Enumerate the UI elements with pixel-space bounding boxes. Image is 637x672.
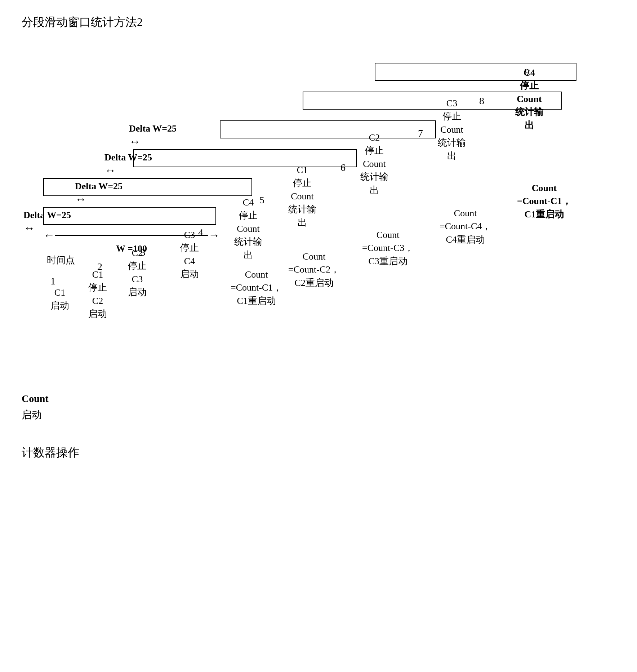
event-6-top: C1停止Count统计输出 — [288, 164, 316, 229]
delta-label-2: Delta W=25 — [104, 152, 152, 163]
num-1: 1 — [50, 275, 55, 287]
delta-label-4: Delta W=25 — [23, 210, 71, 221]
count-start-label: Count 启动 — [22, 391, 615, 423]
counter-ops-label: 计数器操作 — [22, 445, 615, 461]
delta-arrow-2: ↔ — [104, 164, 151, 177]
event-8-top: C3停止Count统计输出 — [438, 97, 466, 163]
delta-label-3: Delta W=25 — [75, 181, 122, 192]
num-7: 7 — [418, 128, 423, 139]
event-1-c1-start: C1启动 — [50, 286, 69, 313]
event-8-bottom: Count=Count-C4，C4重启动 — [440, 207, 491, 246]
delta-arrow-1: ↔ — [129, 135, 176, 148]
event-5-bottom: Count=Count-C1，C1重启动 — [231, 268, 282, 308]
num-6: 6 — [340, 162, 346, 173]
time-point-label: 时间点 — [47, 254, 75, 266]
delta-arrow-3: ↔ — [75, 193, 122, 206]
num-8: 8 — [479, 95, 484, 107]
event-5-top: C4停止Count统计输出 — [234, 196, 262, 262]
num-4: 4 — [198, 227, 203, 238]
event-6-bottom: Count=Count-C2，C2重启动 — [288, 250, 340, 289]
page-container: 分段滑动窗口统计方法2 Delta W=25 ↔ Delta W=25 ↔ — [0, 0, 637, 672]
event-3: C2停止C3启动 — [128, 247, 147, 299]
event-9-top: C4停止Count统计输出 — [515, 66, 543, 132]
bottom-section: Count 启动 计数器操作 — [22, 391, 615, 461]
event-9-bottom: Count=Count-C1，C1重启动 — [517, 182, 571, 221]
window-bar-5 — [43, 178, 252, 196]
delta-label-1: Delta W=25 — [129, 123, 177, 134]
event-4: C3停止C4启动 — [180, 229, 199, 281]
event-7-top: C2停止Count统计输出 — [360, 131, 388, 197]
window-bar-6 — [133, 149, 357, 167]
page-title: 分段滑动窗口统计方法2 — [22, 14, 615, 30]
window-bar-9 — [375, 63, 576, 81]
diagram-area: Delta W=25 ↔ Delta W=25 ↔ Delta W=25 ↔ D… — [22, 45, 598, 369]
event-7-bottom: Count=Count-C3，C3重启动 — [362, 229, 414, 268]
event-2: C1停止C2启动 — [88, 268, 107, 321]
window-bar-7 — [220, 120, 436, 138]
